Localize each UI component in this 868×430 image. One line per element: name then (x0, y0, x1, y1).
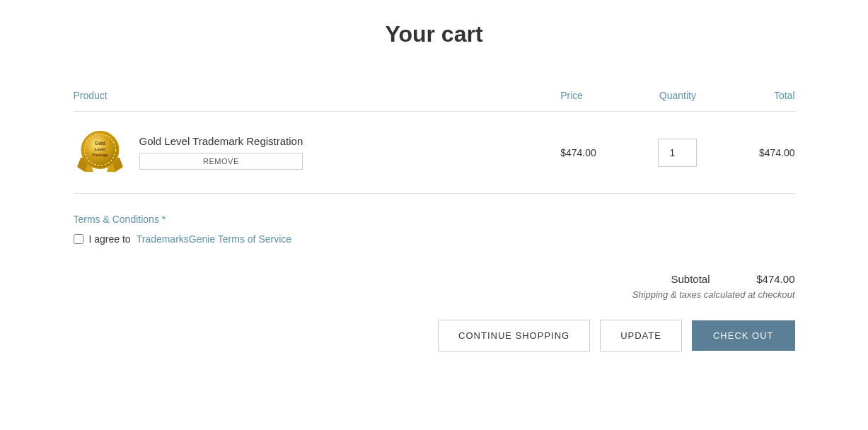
col-header-product: Product (74, 83, 561, 112)
col-header-quantity: Quantity (637, 83, 719, 112)
page-title: Your cart (74, 21, 795, 47)
table-row: Gold Level Package Gold Level Trademark … (74, 112, 795, 194)
checkout-button[interactable]: CHECK OUT (692, 320, 795, 351)
terms-agree-prefix: I agree to (89, 233, 131, 245)
svg-text:Package: Package (92, 153, 108, 157)
terms-label: Terms & Conditions * (74, 214, 795, 225)
remove-button[interactable]: REMOVE (139, 153, 303, 170)
svg-text:Level: Level (94, 147, 105, 151)
col-header-price: Price (560, 83, 636, 112)
svg-text:Gold: Gold (95, 141, 105, 146)
col-header-total: Total (719, 83, 794, 112)
cart-table: Product Price Quantity Total (74, 83, 795, 194)
product-info: Gold Level Trademark Registration REMOVE (139, 135, 303, 170)
terms-section: Terms & Conditions * I agree to Trademar… (74, 194, 795, 252)
quantity-input[interactable] (658, 139, 697, 167)
table-header-row: Product Price Quantity Total (74, 83, 795, 112)
page-wrapper: Your cart Product Price Quantity Total (45, 0, 823, 394)
product-cell: Gold Level Package Gold Level Trademark … (74, 112, 561, 194)
product-image: Gold Level Package (74, 126, 127, 179)
cart-footer: Subtotal $474.00 Shipping & taxes calcul… (74, 273, 795, 351)
terms-agree-row: I agree to TrademarksGenie Terms of Serv… (74, 233, 795, 245)
continue-shopping-button[interactable]: CONTINUE SHOPPING (438, 320, 590, 351)
total-cell: $474.00 (719, 112, 794, 194)
shipping-note: Shipping & taxes calculated at checkout (632, 289, 795, 300)
item-price: $474.00 (560, 147, 596, 158)
subtotal-value: $474.00 (739, 273, 795, 285)
terms-checkbox[interactable] (74, 234, 83, 244)
price-cell: $474.00 (560, 112, 636, 194)
item-total: $474.00 (719, 147, 794, 158)
terms-link[interactable]: TrademarksGenie Terms of Service (137, 233, 291, 245)
update-button[interactable]: UPDATE (600, 320, 682, 351)
product-name: Gold Level Trademark Registration (139, 135, 303, 147)
subtotal-row: Subtotal $474.00 (671, 273, 794, 285)
action-buttons: CONTINUE SHOPPING UPDATE CHECK OUT (438, 320, 794, 351)
subtotal-label: Subtotal (671, 273, 710, 285)
quantity-cell (637, 112, 719, 194)
